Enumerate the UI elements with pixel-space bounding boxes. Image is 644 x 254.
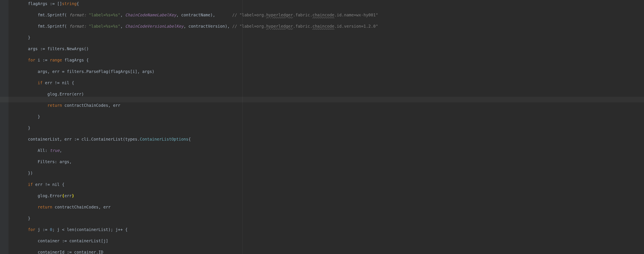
code-line[interactable]: containerId := container.ID [8,249,644,254]
code-line[interactable]: } [8,125,644,131]
code-line[interactable]: flagArgs := []string{ [8,1,644,7]
code-line[interactable]: fmt.Sprintf( format: "label=%s=%s", Chai… [8,12,644,18]
code-line[interactable]: } [8,215,644,221]
code-line[interactable]: All: true, [8,148,644,153]
code-line[interactable]: return contractChainCodes, err [8,103,644,108]
code-editor[interactable]: flagArgs := []string{ fmt.Sprintf( forma… [8,0,644,254]
code-line[interactable]: container := containerList[j] [8,238,644,244]
code-line[interactable]: containerList, err := cli.ContainerList(… [8,136,644,142]
code-line[interactable]: return contractChainCodes, err [8,204,644,210]
code-line[interactable]: for j := 0; j < len(containerList); j++ … [8,227,644,232]
editor-gutter [0,0,8,254]
code-line[interactable]: if err != nil { [8,80,644,86]
code-line[interactable]: for i := range flagArgs { [8,57,644,63]
code-line[interactable]: glog.Error(err) [8,91,644,97]
code-line[interactable]: Filters: args, [8,159,644,165]
code-line[interactable]: glog.Error(err) [8,193,644,199]
code-line[interactable]: if err != nil { [8,182,644,187]
code-line[interactable]: fmt.Sprintf( format: "label=%s=%s", Chai… [8,24,644,29]
code-line[interactable]: args := filters.NewArgs() [8,46,644,52]
code-line[interactable]: } [8,114,644,120]
code-line[interactable]: args, err = filters.ParseFlag(flagArgs[i… [8,69,644,75]
code-line[interactable]: }) [8,170,644,176]
code-line[interactable]: } [8,35,644,41]
